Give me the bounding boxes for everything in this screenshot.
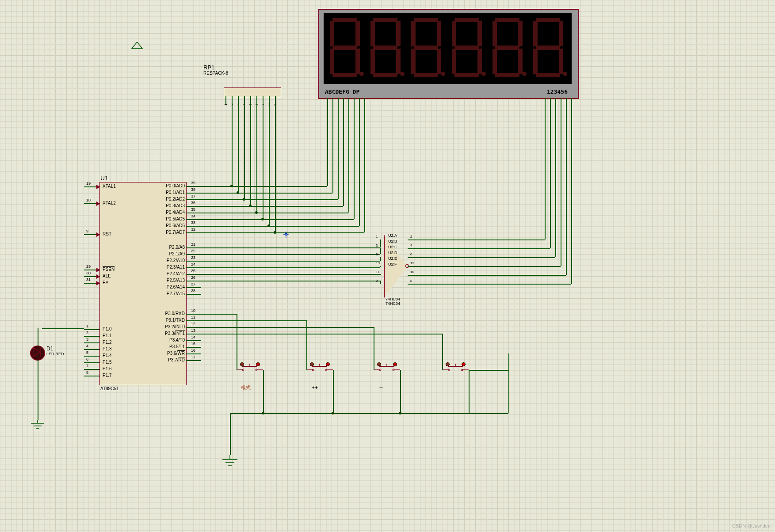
pin-name: P3.7/RD: [168, 357, 185, 362]
wire: [201, 226, 269, 227]
wire: [555, 106, 556, 257]
wire: [201, 267, 380, 268]
pin-name: P0.2/AD2: [166, 197, 185, 201]
wire: [348, 106, 349, 213]
seven-seg-digit: [368, 15, 405, 80]
wire: [201, 254, 380, 255]
wire: [408, 266, 561, 267]
rp1-body[interactable]: [224, 87, 281, 97]
pin-name: P3.3/INT1: [165, 331, 185, 336]
wire: [380, 274, 381, 275]
pin-name: P3.2/INT0: [165, 324, 185, 329]
wire: [201, 232, 275, 233]
wire: [201, 193, 238, 194]
wire: [343, 106, 344, 206]
pin-stub: [186, 287, 201, 288]
u2-pin-out: 8: [410, 279, 412, 283]
wire: [0, 13, 89, 14]
u2-pin-out: 2: [410, 235, 412, 239]
pin-number: 28: [191, 289, 195, 293]
u2-part1: 74HC04: [386, 297, 400, 301]
pin-arrow-icon: [96, 201, 101, 206]
pin-name: P1.1: [103, 333, 112, 338]
pin-stub: [186, 219, 201, 220]
pin-stub: [338, 98, 339, 106]
svg-marker-5: [96, 281, 100, 285]
pin-name: P3.1/TXD: [166, 318, 185, 323]
pin-number: 5: [86, 350, 88, 355]
pin-arrow-icon: [96, 185, 101, 189]
seven-seg-digit: [531, 15, 568, 80]
pin-name: P2.4/A12: [167, 271, 185, 276]
pin-stub: [571, 98, 572, 106]
pin-number: 36: [191, 201, 195, 205]
u2-part2: 74HC04: [386, 301, 400, 306]
pin-name: P1.6: [103, 366, 112, 371]
wire: [469, 413, 508, 414]
wire: [333, 370, 334, 413]
pin-arrow-icon: [96, 268, 101, 272]
u2-ref: U2:A: [388, 233, 397, 238]
wire: [338, 106, 339, 199]
pin-stub: [186, 281, 201, 281]
pin-stub: [84, 369, 99, 370]
wire: [354, 106, 355, 219]
seven-seg-digit: [449, 15, 487, 80]
pin-arrow-icon: [96, 274, 101, 279]
svg-marker-7: [33, 348, 40, 357]
wire: [244, 105, 245, 199]
pin-stub: [84, 362, 99, 363]
pin-number: 6: [86, 357, 88, 361]
schematic-canvas[interactable]: U1 AT89C51 19 XTAL1 18 XTAL2 9 RST 29 PS…: [0, 0, 775, 532]
wire: [244, 199, 338, 200]
pin-number: 12: [191, 322, 195, 326]
btn1-label: 模式: [241, 384, 251, 391]
pin-number: 9: [86, 229, 88, 233]
wire: [380, 248, 381, 254]
wire: [566, 106, 567, 275]
pin-number: 26: [191, 275, 195, 280]
btn3-label: --: [379, 384, 383, 391]
pin-stub: [186, 267, 201, 268]
pin-number: 1: [224, 103, 228, 105]
pin-stub: [186, 247, 201, 248]
wire: [508, 353, 509, 413]
button-symbol-icon: [237, 364, 263, 373]
u1-part: AT89C51: [100, 386, 119, 391]
wire: [408, 284, 571, 285]
pin-name: P0.6/AD6: [166, 223, 185, 228]
pin-stub: [186, 226, 201, 227]
pin-number: 15: [191, 342, 195, 346]
wire: [0, 0, 1, 13]
pin-number: 23: [191, 255, 195, 260]
pin-stub: [186, 274, 201, 275]
wire: [38, 328, 38, 346]
wire: [201, 320, 306, 321]
u2-pin-in: 3: [376, 243, 378, 247]
pin-stub: [84, 342, 99, 343]
wire: [238, 193, 332, 194]
pin-stub: [561, 98, 561, 106]
pin-stub: [186, 186, 201, 187]
pin-name: P2.7/A15: [167, 291, 185, 296]
pin-number: 8: [86, 370, 88, 375]
pin-name: P0.7/AD7: [166, 230, 185, 235]
origin-marker-icon: [283, 232, 289, 238]
svg-marker-2: [96, 232, 100, 237]
u2-ref: U2:C: [388, 245, 397, 249]
wire: [550, 106, 551, 248]
pin-stub: [84, 336, 99, 337]
junction-node: [332, 412, 334, 414]
u2-pin-in: 13: [376, 261, 380, 265]
pin-stub: [332, 98, 333, 106]
pin-number: 24: [191, 262, 195, 266]
pin-number: 30: [86, 271, 91, 275]
wire: [201, 206, 250, 207]
pin-number: 17: [191, 355, 195, 359]
u2-pin-out: 10: [410, 270, 414, 274]
pin-stub: [186, 261, 201, 262]
wire: [571, 106, 572, 284]
u2-pin-out: 12: [410, 261, 414, 265]
pin-number: 14: [191, 335, 195, 339]
pin-name: P0.4/AD4: [166, 210, 185, 215]
